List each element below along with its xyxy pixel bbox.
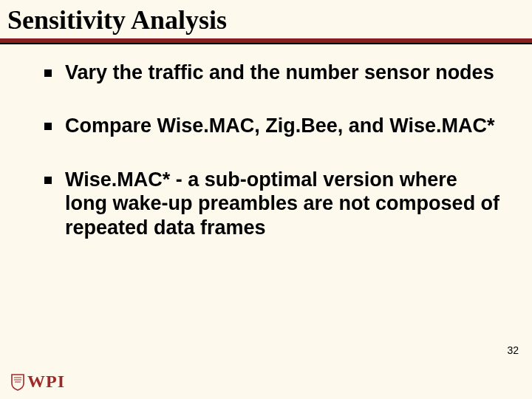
wpi-logo: WPI bbox=[10, 372, 65, 392]
bullet-text: Vary the traffic and the number sensor n… bbox=[65, 61, 494, 84]
bullet-item: Vary the traffic and the number sensor n… bbox=[44, 61, 502, 84]
wpi-logo-text: WPI bbox=[27, 372, 65, 392]
bullet-square-icon bbox=[44, 177, 52, 184]
bullet-text: Wise.MAC* - a sub-optimal version where … bbox=[65, 168, 502, 239]
slide-title: Sensitivity Analysis bbox=[7, 4, 525, 35]
wpi-crest-icon bbox=[10, 373, 25, 391]
title-band: Sensitivity Analysis bbox=[0, 0, 532, 38]
bullet-text: Compare Wise.MAC, Zig.Bee, and Wise.MAC* bbox=[65, 114, 495, 137]
content-area: Vary the traffic and the number sensor n… bbox=[0, 44, 532, 239]
title-divider bbox=[0, 38, 532, 44]
slide-number: 32 bbox=[507, 344, 519, 356]
bullet-item: Compare Wise.MAC, Zig.Bee, and Wise.MAC* bbox=[44, 114, 502, 137]
bullet-item: Wise.MAC* - a sub-optimal version where … bbox=[44, 168, 502, 239]
bullet-square-icon bbox=[44, 123, 52, 130]
bullet-square-icon bbox=[44, 69, 52, 77]
